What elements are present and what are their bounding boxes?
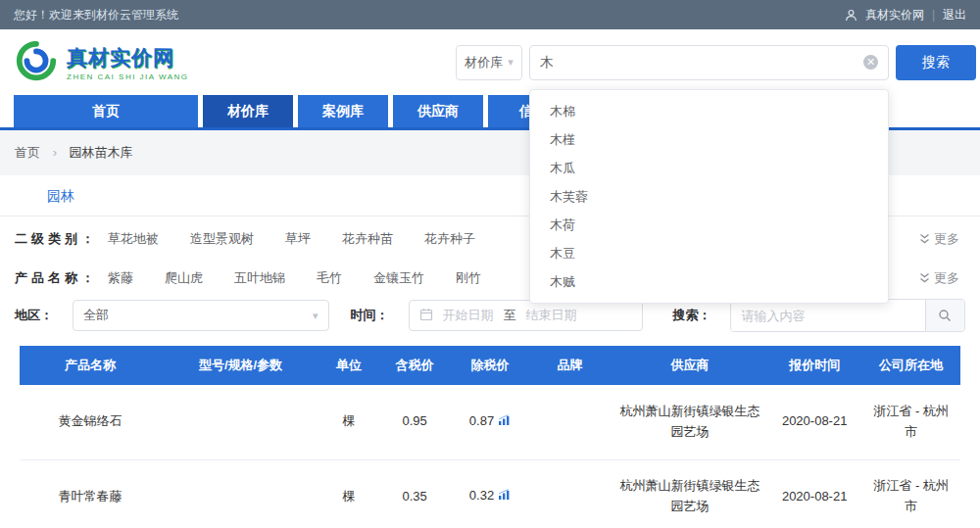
product-more-link[interactable]: 更多 [919,269,965,287]
cell-date: 2020-08-21 [767,385,861,459]
page: 您好！欢迎来到材价云管理系统 真材实价网 | 退出 真材实价网 ZHEN CAI… [0,0,980,528]
filter-product-item[interactable]: 毛竹 [317,269,342,287]
filter-product-label: 产品名称： [15,269,98,287]
filter-category-item[interactable]: 花卉种苗 [342,230,393,248]
breadcrumb-current: 园林苗木库 [70,145,133,160]
table-row: 青叶常春藤 棵 0.35 0.32 杭州萧山新街镇绿银生态园艺场 2020-08… [20,459,960,528]
table-row: 黄金锦络石 棵 0.95 0.87 杭州萧山新街镇绿银生态园艺场 2020-08… [20,385,960,459]
cell-product-name: 青叶常春藤 [20,459,161,528]
keyword-search-button[interactable] [925,300,964,331]
nav-item-home[interactable]: 首页 [14,95,198,127]
table-header-row: 产品名称 型号/规格/参数 单位 含税价 除税价 品牌 供应商 报价时间 公司所… [20,346,960,385]
filter-product-item[interactable]: 紫藤 [108,269,133,287]
logo-title: 真材实价网 [67,44,189,72]
time-label: 时间： [351,307,389,324]
search-icon [938,309,952,322]
nav-item-cases[interactable]: 案例库 [298,95,388,127]
logout-link[interactable]: 退出 [943,7,966,24]
price-trend-chart-icon[interactable] [498,487,511,507]
double-chevron-down-icon [919,272,930,284]
col-header-date: 报价时间 [767,346,861,385]
date-range-picker[interactable]: 开始日期 至 结束日期 [409,300,644,331]
welcome-text: 您好！欢迎来到材价云管理系统 [14,7,178,24]
chevron-down-icon: ▾ [313,310,318,322]
price-trend-chart-icon[interactable] [498,412,511,433]
col-header-name: 产品名称 [20,346,161,385]
cell-supplier: 杭州萧山新街镇绿银生态园艺场 [612,385,767,459]
price-table: 产品名称 型号/规格/参数 单位 含税价 除税价 品牌 供应商 报价时间 公司所… [20,346,960,528]
col-header-unit: 单位 [320,346,377,385]
topbar-divider: | [932,8,935,22]
breadcrumb-separator: › [53,145,57,160]
filter-category-item[interactable]: 草花地被 [108,230,159,248]
cell-location: 浙江省 - 杭州市 [861,385,960,459]
filter-product-item[interactable]: 爬山虎 [165,269,203,287]
cell-unit: 棵 [320,385,377,459]
user-icon [845,9,858,22]
cell-price-tax: 0.95 [377,385,453,459]
breadcrumb-home[interactable]: 首页 [15,145,40,160]
chevron-down-icon: ▾ [508,56,514,69]
topbar: 您好！欢迎来到材价云管理系统 真材实价网 | 退出 [0,0,980,29]
region-value: 全部 [83,307,109,324]
logo-subtitle: ZHEN CAI SHI JIA WANG [67,72,189,81]
filter-category-item[interactable]: 草坪 [285,230,311,248]
suggestion-item[interactable]: 木荷 [530,211,888,239]
suggestion-item[interactable]: 木棉 [530,97,888,125]
cell-product-name: 黄金锦络石 [20,385,161,459]
cell-unit: 棵 [320,459,377,528]
suggestion-item[interactable]: 木槿 [530,125,888,154]
clear-icon[interactable]: ✕ [863,55,878,70]
double-chevron-down-icon [919,233,930,245]
search-input-box: ✕ [529,45,889,80]
calendar-icon [419,308,433,324]
col-header-price-tax: 含税价 [377,346,453,385]
cell-spec [161,385,320,459]
filter-product-item[interactable]: 刚竹 [456,269,481,287]
col-header-spec: 型号/规格/参数 [161,346,320,385]
col-header-location: 公司所在地 [861,346,960,385]
search-category-select[interactable]: 材价库 ▾ [456,45,522,80]
date-to-label: 至 [504,307,516,324]
cell-price-no-tax: 0.32 [453,459,528,528]
header: 真材实价网 ZHEN CAI SHI JIA WANG 材价库 ▾ ✕ 木棉 木… [0,29,980,95]
suggestion-item[interactable]: 木瓜 [530,154,888,182]
suggestion-item[interactable]: 木芙蓉 [530,182,888,211]
keyword-input[interactable] [731,300,925,331]
end-date-placeholder[interactable]: 结束日期 [526,307,577,324]
search-button[interactable]: 搜索 [896,45,976,80]
search-input[interactable] [540,55,863,71]
region-label: 地区： [15,307,53,324]
filter-category-item[interactable]: 造型景观树 [190,230,254,248]
start-date-placeholder[interactable]: 开始日期 [443,307,494,324]
suggestion-item[interactable]: 木豆 [530,239,888,267]
cell-price-no-tax: 0.87 [453,385,528,459]
nav-item-suppliers[interactable]: 供应商 [393,95,483,127]
tab-garden[interactable]: 园林 [29,175,92,216]
logo-text: 真材实价网 ZHEN CAI SHI JIA WANG [67,44,189,81]
topbar-right: 真材实价网 | 退出 [845,7,966,24]
product-more-label: 更多 [934,269,959,287]
filter-product-item[interactable]: 五叶地锦 [234,269,285,287]
search-wrap: ✕ 木棉 木槿 木瓜 木芙蓉 木荷 木豆 木贼 [529,45,889,80]
keyword-search-box [730,299,965,332]
col-header-supplier: 供应商 [612,346,767,385]
filter-product-item[interactable]: 金镶玉竹 [373,269,424,287]
suggestion-item[interactable]: 木贼 [530,267,888,296]
cell-brand [527,385,612,459]
cell-price-tax: 0.35 [377,459,453,528]
search-suggestions-dropdown: 木棉 木槿 木瓜 木芙蓉 木荷 木豆 木贼 [529,89,889,304]
cell-brand [527,459,612,528]
filter-category-label: 二级类别： [15,230,98,248]
category-more-label: 更多 [934,230,959,248]
site-logo[interactable]: 真材实价网 ZHEN CAI SHI JIA WANG [14,38,189,87]
col-header-brand: 品牌 [527,346,612,385]
filter-category-item[interactable]: 花卉种子 [424,230,475,248]
logo-swirl-icon [14,38,59,87]
cell-supplier: 杭州萧山新街镇绿银生态园艺场 [612,459,767,528]
region-select[interactable]: 全部 ▾ [73,300,329,331]
keyword-label: 搜索： [672,307,710,324]
site-home-link[interactable]: 真材实价网 [865,7,924,24]
category-more-link[interactable]: 更多 [919,230,965,248]
nav-item-material-price[interactable]: 材价库 [203,95,293,127]
